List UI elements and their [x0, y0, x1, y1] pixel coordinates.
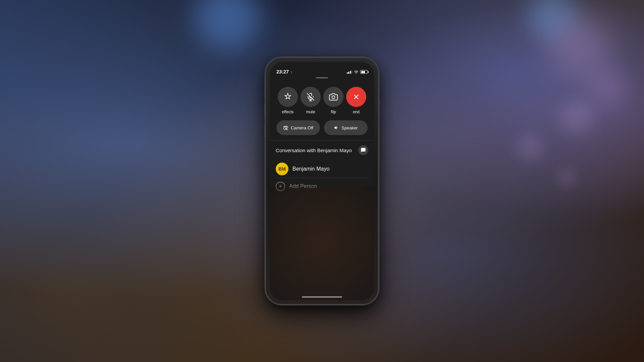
contact-initials: BM — [278, 166, 286, 172]
bokeh-circle-5 — [560, 101, 594, 134]
phone-screen: 23:27 ↑ — [270, 62, 374, 300]
bokeh-circle-4 — [587, 67, 627, 107]
volume-down-button — [264, 123, 266, 138]
screen-lower — [270, 186, 374, 300]
end-button-circle — [346, 87, 366, 107]
mute-button[interactable]: mute — [301, 87, 321, 114]
end-label: end — [353, 110, 360, 114]
camera-off-button[interactable]: Camera Off — [276, 120, 320, 135]
phone-frame: 23:27 ↑ — [265, 57, 379, 305]
mute-button-circle — [301, 87, 321, 107]
status-time: 23:27 ↑ — [276, 69, 292, 74]
location-arrow-icon: ↑ — [291, 70, 292, 74]
effects-button[interactable]: effects — [278, 87, 298, 114]
scroll-indicator — [316, 77, 328, 78]
end-button[interactable]: end — [346, 87, 366, 114]
secondary-buttons-row: Camera Off Speaker — [276, 120, 368, 135]
speaker-button[interactable]: Speaker — [324, 120, 368, 135]
phone-wrapper: 23:27 ↑ — [265, 57, 379, 305]
control-buttons-row: effects — [276, 87, 368, 114]
signal-bar-4 — [351, 70, 352, 74]
flip-button[interactable]: flip — [323, 87, 343, 114]
power-button — [378, 98, 380, 118]
svg-point-3 — [332, 96, 335, 99]
flip-label: flip — [331, 110, 336, 114]
effects-label: effects — [282, 110, 293, 114]
contact-name: Benjamin Mayo — [292, 166, 329, 172]
mute-switch — [264, 88, 266, 98]
contact-avatar: BM — [276, 163, 288, 175]
call-content: effects — [270, 80, 374, 300]
notch — [300, 62, 344, 71]
mute-label: mute — [306, 110, 315, 114]
camera-off-label: Camera Off — [291, 125, 313, 130]
status-icons — [347, 69, 368, 74]
battery-fill — [361, 71, 365, 73]
signal-bar-3 — [350, 71, 351, 74]
flip-button-circle — [323, 87, 343, 107]
bokeh-circle-7 — [557, 168, 577, 188]
conversation-title: Conversation with Benjamin Mayo — [276, 147, 352, 153]
call-controls: effects — [270, 80, 374, 140]
volume-up-button — [264, 103, 266, 118]
bokeh-circle-6 — [517, 134, 543, 161]
effects-button-circle — [278, 87, 298, 107]
signal-bar-2 — [348, 72, 349, 74]
home-indicator[interactable] — [302, 296, 342, 298]
contact-row: BM Benjamin Mayo — [276, 160, 368, 178]
battery-icon — [360, 70, 368, 74]
message-icon-button[interactable] — [358, 145, 368, 155]
wifi-icon — [354, 69, 359, 74]
speaker-label: Speaker — [341, 125, 358, 130]
signal-bar-1 — [347, 72, 348, 74]
signal-strength-icon — [347, 70, 353, 74]
conversation-header: Conversation with Benjamin Mayo — [276, 145, 368, 155]
